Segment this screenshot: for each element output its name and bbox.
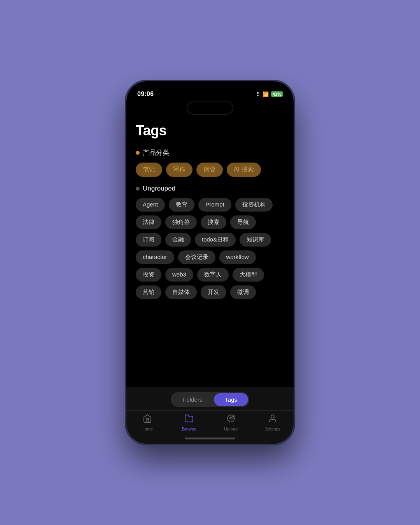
tag-ungrouped-8[interactable]: 订阅: [136, 233, 161, 247]
tab-bar: Home Browse: [126, 410, 294, 433]
tab-browse-label: Browse: [182, 427, 196, 431]
tag-ungrouped-7[interactable]: 导航: [230, 215, 256, 229]
tag-ungrouped-15[interactable]: 投资: [136, 268, 161, 282]
battery-icon: 41%: [271, 91, 283, 97]
bottom-area: Folders Tags Home: [126, 387, 294, 444]
status-time: 09:06: [137, 91, 154, 98]
tag-ungrouped-10[interactable]: todo&日程: [195, 233, 236, 247]
tab-home-label: Home: [142, 427, 153, 431]
tag-product-3[interactable]: AI 搜索: [227, 163, 261, 177]
tag-ungrouped-20[interactable]: 自媒体: [165, 285, 197, 299]
category-section-ungrouped: Ungrouped Agent 教育 Prompt 投资机构 法律 独角兽 搜索…: [136, 185, 284, 299]
category-name-product: 产品分类: [143, 148, 169, 157]
status-bar: 09:06 ⠿ 📶 41%: [126, 81, 294, 102]
home-indicator: [126, 433, 294, 444]
dynamic-island: [187, 102, 233, 115]
upload-icon: ↺: [226, 414, 236, 425]
tab-browse[interactable]: Browse: [175, 414, 203, 431]
page-title: Tags: [136, 122, 284, 139]
tag-ungrouped-14[interactable]: workflow: [219, 250, 256, 264]
tag-ungrouped-19[interactable]: 营销: [136, 285, 161, 299]
tag-ungrouped-5[interactable]: 独角兽: [165, 215, 197, 229]
home-icon: [143, 414, 152, 425]
tag-ungrouped-1[interactable]: 教育: [169, 198, 194, 212]
tag-ungrouped-17[interactable]: 数字人: [197, 268, 229, 282]
tag-ungrouped-16[interactable]: web3: [165, 268, 193, 282]
ungrouped-tags-container: Agent 教育 Prompt 投资机构 法律 独角兽 搜索 导航 订阅 金融 …: [136, 198, 284, 299]
signal-icon: ⠿: [256, 91, 260, 97]
main-content: Tags 产品分类 笔记 写作 摘要 AI 搜索 Ungrouped: [126, 115, 294, 387]
tag-ungrouped-21[interactable]: 开发: [201, 285, 226, 299]
tag-product-2[interactable]: 摘要: [196, 163, 223, 177]
svg-text:↺: ↺: [232, 415, 234, 418]
category-dot-ungrouped: [136, 187, 140, 191]
status-icons: ⠿ 📶 41%: [256, 91, 283, 97]
tag-ungrouped-13[interactable]: 会议记录: [178, 250, 215, 264]
toggle-tags-button[interactable]: Tags: [214, 393, 248, 406]
browse-icon: [184, 414, 194, 425]
tag-ungrouped-12[interactable]: character: [136, 250, 174, 264]
tag-ungrouped-11[interactable]: 知识库: [240, 233, 271, 247]
tag-ungrouped-6[interactable]: 搜索: [201, 215, 226, 229]
category-header-product: 产品分类: [136, 148, 284, 157]
tag-ungrouped-18[interactable]: 大模型: [233, 268, 264, 282]
tag-ungrouped-3[interactable]: 投资机构: [235, 198, 273, 212]
toggle-folders-button[interactable]: Folders: [172, 393, 213, 406]
home-bar: [185, 438, 235, 439]
tab-upload-label: Upload: [224, 427, 238, 431]
category-name-ungrouped: Ungrouped: [143, 185, 175, 192]
tag-product-1[interactable]: 写作: [166, 163, 192, 177]
tag-product-0[interactable]: 笔记: [136, 163, 162, 177]
wifi-icon: 📶: [262, 91, 269, 97]
tab-settings[interactable]: Settings: [259, 414, 286, 431]
tag-ungrouped-0[interactable]: Agent: [136, 198, 165, 212]
tag-ungrouped-9[interactable]: 金融: [165, 233, 191, 247]
tag-ungrouped-22[interactable]: 微调: [230, 285, 256, 299]
tab-upload[interactable]: ↺ Upload: [217, 414, 245, 431]
tag-ungrouped-2[interactable]: Prompt: [198, 198, 231, 212]
tab-settings-label: Settings: [265, 427, 280, 431]
product-tags-container: 笔记 写作 摘要 AI 搜索: [136, 163, 284, 177]
toggle-bar: Folders Tags: [126, 387, 294, 410]
toggle-container: Folders Tags: [171, 392, 249, 407]
category-section-product: 产品分类 笔记 写作 摘要 AI 搜索: [136, 148, 284, 177]
category-header-ungrouped: Ungrouped: [136, 185, 284, 192]
phone-frame: 09:06 ⠿ 📶 41% Tags 产品分类 笔记: [126, 81, 294, 444]
tab-home[interactable]: Home: [134, 414, 161, 431]
category-dot-product: [136, 151, 140, 155]
phone-screen: 09:06 ⠿ 📶 41% Tags 产品分类 笔记: [126, 81, 294, 444]
svg-point-3: [271, 415, 274, 418]
tag-ungrouped-4[interactable]: 法律: [136, 215, 161, 229]
settings-icon: [268, 414, 277, 425]
